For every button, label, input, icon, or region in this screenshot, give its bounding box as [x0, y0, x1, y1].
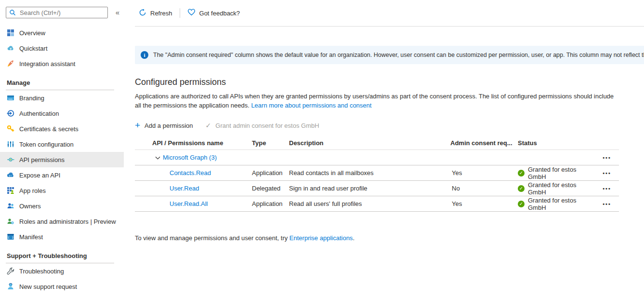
description-text: Applications are authorized to call APIs… [135, 93, 614, 109]
sidebar-item-label: Overview [19, 29, 45, 37]
sidebar-item-branding[interactable]: Branding [0, 90, 124, 106]
header-status: Status [518, 139, 595, 147]
sidebar-item-app-roles[interactable]: App roles [0, 183, 124, 198]
sidebar-item-label: Integration assistant [19, 60, 75, 68]
sidebar-item-owners[interactable]: Owners [0, 198, 124, 214]
collapse-sidebar-button[interactable]: « [116, 8, 119, 16]
permission-description: Read contacts in all mailboxes [289, 169, 450, 177]
section-title: Manage [7, 79, 124, 86]
permission-link[interactable]: Contacts.Read [170, 169, 211, 177]
table-row[interactable]: User.Read Delegated Sign in and read use… [135, 181, 619, 196]
header-type: Type [252, 139, 289, 147]
sidebar-item-expose-an-api[interactable]: Expose an API [0, 167, 124, 183]
footer-note: To view and manage permissions and user … [135, 234, 644, 242]
header-description: Description [289, 139, 450, 147]
info-banner: i The "Admin consent required" column sh… [135, 46, 644, 64]
sidebar-item-quickstart[interactable]: Quickstart [0, 41, 124, 56]
sidebar-item-label: Token configuration [19, 141, 74, 148]
expose-api-icon [7, 171, 14, 179]
manifest-icon: ( ) [7, 233, 14, 241]
search-input[interactable] [6, 7, 108, 18]
roles-administrators-icon [7, 217, 14, 225]
sidebar-section-support: Support + Troubleshooting [0, 245, 124, 259]
main-content: Refresh Got feedback? i The "Admin conse… [124, 0, 644, 299]
row-context-menu-button[interactable] [595, 155, 619, 161]
row-context-menu-button[interactable] [595, 170, 619, 176]
admin-consent-value: No [450, 185, 518, 192]
sidebar-item-new-support-request[interactable]: New support request [0, 279, 124, 294]
owners-icon [7, 202, 14, 210]
sidebar-item-troubleshooting[interactable]: Troubleshooting [0, 263, 124, 279]
permission-actions: + Add a permission ✓ Grant admin consent… [135, 122, 644, 129]
sidebar-item-label: Troubleshooting [19, 268, 64, 275]
sidebar-item-label: Roles and administrators | Preview [19, 218, 116, 225]
status-text: Granted for estos GmbH [528, 197, 595, 211]
feedback-label: Got feedback? [199, 10, 240, 17]
sidebar-section-manage: Manage [0, 71, 124, 86]
permission-description: Sign in and read user profile [289, 185, 450, 192]
add-permission-button[interactable]: + Add a permission [135, 122, 193, 129]
table-row[interactable]: User.Read.All Application Read all users… [135, 196, 619, 212]
granted-check-icon [518, 170, 525, 177]
command-bar: Refresh Got feedback? [135, 0, 644, 27]
plus-icon: + [135, 122, 140, 129]
info-banner-text: The "Admin consent required" column show… [153, 52, 644, 58]
sidebar-item-label: Manifest [19, 233, 43, 241]
learn-more-link[interactable]: Learn more about permissions and consent [251, 102, 371, 109]
sidebar-item-api-permissions[interactable]: API permissions [0, 152, 124, 167]
token-configuration-icon [7, 140, 14, 148]
table-header-row: API / Permissions name Type Description … [135, 136, 619, 150]
sidebar-item-label: API permissions [19, 156, 65, 163]
enterprise-applications-link[interactable]: Enterprise applications [289, 234, 353, 242]
table-group-row[interactable]: Microsoft Graph (3) [135, 150, 619, 165]
sidebar-item-roles-and-administrators[interactable]: Roles and administrators | Preview [0, 214, 124, 229]
sidebar-item-integration-assistant[interactable]: Integration assistant [0, 56, 124, 71]
certificates-secrets-icon [7, 125, 14, 133]
page-title: Configured permissions [135, 77, 644, 87]
app-roles-icon [7, 187, 14, 194]
chevron-down-icon[interactable] [155, 154, 160, 161]
admin-consent-value: Yes [450, 200, 518, 207]
permission-link[interactable]: User.Read.All [170, 200, 208, 207]
row-context-menu-button[interactable] [595, 201, 619, 207]
sidebar-item-authentication[interactable]: Authentication [0, 106, 124, 121]
api-group-link[interactable]: Microsoft Graph (3) [163, 154, 217, 161]
refresh-icon [139, 9, 146, 18]
permission-link[interactable]: User.Read [170, 185, 199, 192]
sidebar: « Overview Quickstart Integration assist… [0, 0, 124, 299]
sidebar-item-label: App roles [19, 187, 46, 194]
permission-description: Read all users' full profiles [289, 200, 450, 207]
sidebar-item-manifest[interactable]: ( ) Manifest [0, 229, 124, 245]
sidebar-item-label: Expose an API [19, 172, 60, 179]
toolbar-divider [180, 8, 180, 18]
granted-check-icon [518, 185, 525, 192]
permissions-description: Applications are authorized to call APIs… [135, 92, 617, 110]
sidebar-item-certificates-secrets[interactable]: Certificates & secrets [0, 121, 124, 136]
footer-text: To view and manage permissions and user … [135, 234, 289, 242]
sidebar-item-label: Quickstart [19, 45, 48, 52]
status-text: Granted for estos GmbH [528, 181, 595, 196]
refresh-label: Refresh [150, 10, 172, 17]
check-icon: ✓ [206, 122, 211, 129]
api-permissions-icon [7, 156, 14, 163]
integration-assistant-icon [7, 60, 14, 68]
row-context-menu-button[interactable] [595, 186, 619, 191]
refresh-button[interactable]: Refresh [139, 9, 172, 18]
new-support-request-icon [7, 283, 14, 290]
sidebar-item-label: New support request [19, 283, 77, 290]
sidebar-item-label: Authentication [19, 110, 59, 117]
feedback-button[interactable]: Got feedback? [187, 9, 240, 17]
header-admin-consent-required: Admin consent req... [450, 139, 518, 147]
grant-admin-consent-button[interactable]: ✓ Grant admin consent for estos GmbH [206, 122, 319, 129]
heart-icon [187, 9, 196, 17]
authentication-icon [7, 109, 14, 117]
svg-text:( ): ( ) [8, 236, 14, 240]
status-text: Granted for estos GmbH [528, 166, 595, 180]
table-row[interactable]: Contacts.Read Application Read contacts … [135, 165, 619, 181]
permission-type: Application [252, 200, 289, 207]
section-title: Support + Troubleshooting [7, 252, 124, 259]
sidebar-item-label: Owners [19, 203, 41, 210]
sidebar-item-overview[interactable]: Overview [0, 25, 124, 41]
sidebar-item-label: Certificates & secrets [19, 125, 79, 133]
sidebar-item-token-configuration[interactable]: Token configuration [0, 136, 124, 152]
